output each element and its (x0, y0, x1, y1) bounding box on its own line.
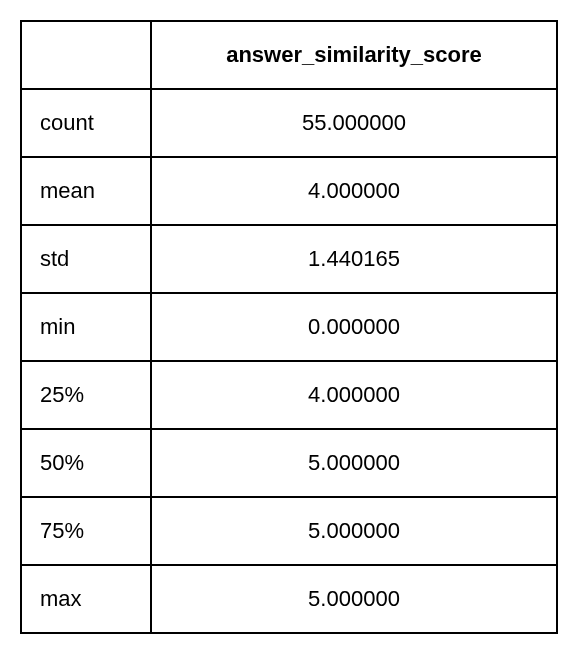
row-value-std: 1.440165 (151, 225, 557, 293)
table-row: 75% 5.000000 (21, 497, 557, 565)
row-label-min: min (21, 293, 151, 361)
row-value-mean: 4.000000 (151, 157, 557, 225)
row-value-min: 0.000000 (151, 293, 557, 361)
row-label-std: std (21, 225, 151, 293)
table-row: min 0.000000 (21, 293, 557, 361)
table-header-row: answer_similarity_score (21, 21, 557, 89)
table-row: std 1.440165 (21, 225, 557, 293)
header-empty (21, 21, 151, 89)
row-value-75pct: 5.000000 (151, 497, 557, 565)
row-value-count: 55.000000 (151, 89, 557, 157)
row-label-75pct: 75% (21, 497, 151, 565)
table-row: 25% 4.000000 (21, 361, 557, 429)
row-label-mean: mean (21, 157, 151, 225)
row-label-50pct: 50% (21, 429, 151, 497)
row-value-25pct: 4.000000 (151, 361, 557, 429)
row-label-max: max (21, 565, 151, 633)
table-row: max 5.000000 (21, 565, 557, 633)
table-row: 50% 5.000000 (21, 429, 557, 497)
row-label-count: count (21, 89, 151, 157)
table-row: mean 4.000000 (21, 157, 557, 225)
row-value-50pct: 5.000000 (151, 429, 557, 497)
row-label-25pct: 25% (21, 361, 151, 429)
table-row: count 55.000000 (21, 89, 557, 157)
header-column: answer_similarity_score (151, 21, 557, 89)
statistics-table: answer_similarity_score count 55.000000 … (20, 20, 558, 634)
row-value-max: 5.000000 (151, 565, 557, 633)
